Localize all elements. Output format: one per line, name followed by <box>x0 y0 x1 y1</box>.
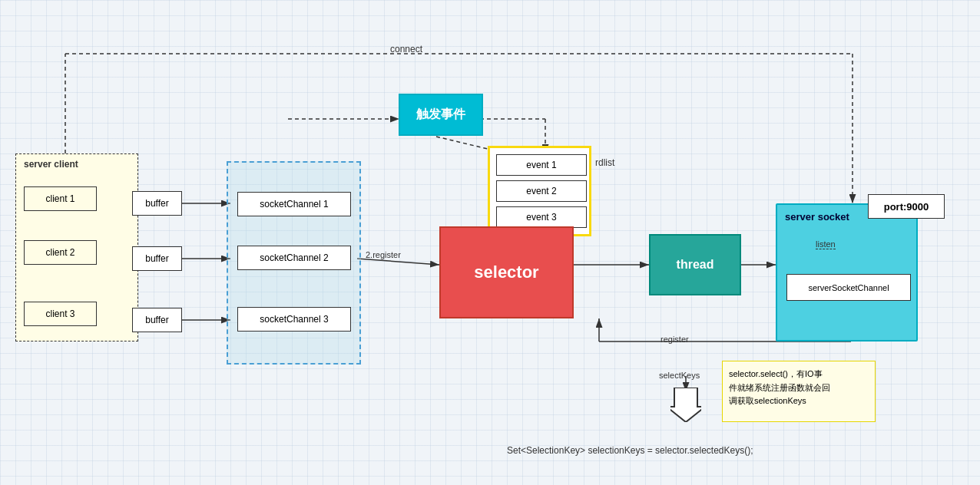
event-1-label: event 1 <box>526 160 556 170</box>
server-socket-channel-label: serverSocketChannel <box>808 283 889 292</box>
event-2-label: event 2 <box>526 186 556 196</box>
socket-channel-group: socketChannel 1 socketChannel 2 socketCh… <box>227 161 361 365</box>
socket-channel-1-label: socketChannel 1 <box>260 199 328 210</box>
socket-channel-3-label: socketChannel 3 <box>260 314 328 325</box>
socket-channel-3-box: socketChannel 3 <box>237 307 351 332</box>
thread-label: thread <box>677 258 714 272</box>
register2-label: register <box>661 335 689 344</box>
note-box: selector.select()，有IO事 件就绪系统注册函数就会回 调获取s… <box>722 361 876 422</box>
buffer-3-box: buffer <box>132 308 182 332</box>
buffer-3-label: buffer <box>145 315 168 325</box>
client-3-box: client 3 <box>24 302 97 326</box>
event-1-box: event 1 <box>496 154 587 176</box>
buffer-2-box: buffer <box>132 246 182 271</box>
select-keys-arrow <box>670 388 701 422</box>
client-2-label: client 2 <box>45 247 74 258</box>
port-label: port:9000 <box>884 201 929 213</box>
listen-label: listen <box>816 239 836 249</box>
socket-channel-1-box: socketChannel 1 <box>237 192 351 216</box>
selector-box: selector <box>439 226 574 318</box>
svg-marker-26 <box>670 388 701 422</box>
buffer-1-label: buffer <box>145 198 168 209</box>
diagram: server client client 1 client 2 client 3… <box>0 0 980 485</box>
client-1-box: client 1 <box>24 186 97 211</box>
port-box: port:9000 <box>868 194 945 219</box>
server-socket-label: server socket <box>785 211 849 223</box>
register-label: 2.register <box>366 250 401 259</box>
note-text: selector.select()，有IO事 件就绪系统注册函数就会回 调获取s… <box>729 369 830 405</box>
buffer-2-label: buffer <box>145 253 168 264</box>
connect-label: connect <box>390 44 422 54</box>
svg-line-8 <box>357 259 439 265</box>
bottom-text: Set<SelectionKey> selectionKeys = select… <box>507 445 753 456</box>
event-3-label: event 3 <box>526 212 556 223</box>
client-2-box: client 2 <box>24 240 97 265</box>
trigger-event-label: 触发事件 <box>416 107 465 123</box>
event-3-box: event 3 <box>496 206 587 228</box>
thread-box: thread <box>649 234 741 295</box>
buffer-1-box: buffer <box>132 191 182 216</box>
socket-channel-2-box: socketChannel 2 <box>237 246 351 270</box>
selector-label: selector <box>474 262 538 282</box>
event-list-box: event 1 event 2 event 3 <box>488 146 591 236</box>
client-3-label: client 3 <box>45 308 74 319</box>
event-2-box: event 2 <box>496 180 587 202</box>
server-socket-channel-box: serverSocketChannel <box>786 274 911 301</box>
rdlist-label: rdlist <box>595 157 614 168</box>
server-client-group: server client client 1 client 2 client 3 <box>15 153 138 341</box>
socket-channel-2-label: socketChannel 2 <box>260 252 328 263</box>
client-1-label: client 1 <box>45 193 74 204</box>
select-keys-label: selectKeys <box>659 371 700 380</box>
trigger-event-box: 触发事件 <box>399 94 483 136</box>
server-client-label: server client <box>24 159 78 170</box>
server-socket-group: server socket listen serverSocketChannel <box>776 203 918 341</box>
